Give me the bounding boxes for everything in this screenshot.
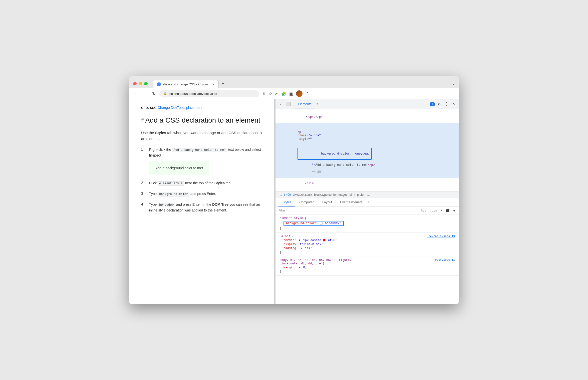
hash-icon: # [141,117,144,124]
tab-styles[interactable]: Styles [279,198,295,206]
tabs-bar: View and change CSS - Chrom... × + [153,79,449,88]
hov-button[interactable]: :hov [418,208,427,213]
step-1-number: 1 [141,147,145,151]
bc-ol[interactable]: ol [349,193,352,196]
add-style-button[interactable]: + [440,208,443,213]
bookmark-icon[interactable]: ☆ [269,91,272,96]
aloha-rule-section: _devtools.scss:19 .aloha { border: 1px d… [276,233,459,256]
extension-icon[interactable]: 🧩 [281,91,286,96]
tab-close-button[interactable]: × [213,83,214,86]
share-icon[interactable]: ⬆ [262,91,266,96]
step-3-number: 3 [141,191,145,195]
step-4-text: Type honeydew and press Enter. In the DO… [149,202,262,213]
section-description: Use the Styles tab when you want to chan… [141,130,262,142]
dom-line-li: </li> [276,178,459,189]
element-style-property-line[interactable]: background-color: honeydew; [284,221,455,226]
close-traffic-light[interactable] [133,82,137,85]
toggle-sidebar-button[interactable]: ◀ [452,208,456,213]
window-controls: ⌄ [452,82,455,86]
step-4-code: honeydew [158,203,175,207]
tab-elements[interactable]: Elements [294,99,315,109]
reset-rule-section: _reset.scss:11 body, h1, h2, h3, h4, h5,… [276,256,459,276]
new-style-rule-button[interactable]: ⬛ [445,208,451,213]
more-options-icon[interactable]: ⋮ [443,101,449,108]
devtools-more-tabs[interactable]: » [315,101,319,107]
devtools-right-icons: 1 ⚙ ⋮ × [430,101,456,108]
new-tab-button[interactable]: + [220,79,226,88]
step-2-text: Click element.style near the top of the … [149,180,232,186]
active-tab[interactable]: View and change CSS - Chrom... × [153,80,219,88]
element-style-selector: element.style { [280,216,455,220]
aloha-padding-line: padding: 1em; [284,247,455,250]
aloha-close: } [280,251,455,254]
device-icon[interactable]: ⬜ [285,101,292,108]
dom-line-selected[interactable]: ... <p class="aloha" style=" background-… [276,123,459,178]
forward-button[interactable]: → [142,90,148,97]
breadcrumb-text: one, see Change DevTools placement . [141,105,262,110]
reset-selector-line: _reset.scss:11 body, h1, h2, h3, h4, h5,… [280,258,455,262]
dom-line-1: <p>…</p> [276,111,459,123]
step-1: 1 Right-click the Add a background color… [141,147,262,175]
back-button[interactable]: ← [133,90,139,97]
step-3-code: background-color [158,192,189,196]
cls-button[interactable]: .cls [429,208,438,213]
sidebar-icon[interactable]: ▣ [289,91,293,96]
tab-title: View and change CSS - Chrom... [163,82,211,86]
url-bar[interactable]: 🔒 localhost:8080/docs/devtools/css/ [159,90,259,97]
step-1-text: Right-click the Add a background color t… [149,147,262,175]
step-2: 2 Click element.style near the top of th… [141,180,262,186]
avatar[interactable] [296,90,302,97]
bc-t400[interactable]: t-400 [284,193,291,196]
cursor-icon[interactable]: ↖ [279,101,283,108]
filter-row: :hov .cls + ⬛ ◀ [276,207,459,214]
filter-input[interactable] [279,209,416,212]
filter-actions: :hov .cls + ⬛ ◀ [418,208,456,213]
devtools-close-icon[interactable]: × [451,101,456,107]
bc-p-aloh[interactable]: p.aloh [357,193,365,196]
red-color-swatch[interactable] [323,239,325,241]
styles-tabs: Styles Computed Layout Event Listeners » [276,198,459,207]
reload-button[interactable]: ↻ [151,90,156,97]
aloha-display-line: display: inline-block; [284,243,455,246]
steps-list: 1 Right-click the Add a background color… [141,147,262,213]
dom-breadcrumb: ... t-400 div.stack.stack--block.type.ce… [276,191,459,198]
step-3: 3 Type background-color and press Enter. [141,191,262,197]
bc-more: ... [367,193,370,196]
step-2-code: element.style [158,181,184,186]
devtools-toolbar: ↖ ⬜ Elements » 1 ⚙ ⋮ × [276,99,459,109]
step-4: 4 Type honeydew and press Enter. In the … [141,202,262,213]
tab-favicon [157,82,161,86]
title-bar: View and change CSS - Chrom... × + ⌄ [129,76,459,88]
demo-element[interactable]: Add a background color to me! [149,161,209,175]
step-3-text: Type background-color and press Enter. [149,191,216,197]
address-bar: ← → ↻ 🔒 localhost:8080/docs/devtools/css… [129,88,459,99]
tab-event-listeners[interactable]: Event Listeners [336,198,366,206]
tab-layout[interactable]: Layout [318,198,336,206]
lock-icon: 🔒 [163,92,167,95]
minimize-traffic-light[interactable] [139,82,142,85]
more-icon[interactable]: ⋮ [305,91,309,96]
step-4-number: 4 [141,202,145,206]
bc-div-stack[interactable]: div.stack.stack--block.type.center-image… [293,193,347,196]
page-section: # Add a CSS declaration to an element Us… [141,116,262,213]
bc-li[interactable]: li [354,193,355,196]
tab-computed[interactable]: Computed [295,198,318,206]
cut-icon[interactable]: ✂ [275,91,278,96]
breadcrumb-link[interactable]: Change DevTools placement [158,106,202,110]
reset-selector-line2: blockquote, dl, dd, pre { [280,262,455,265]
dom-tree: <p>…</p> ... <p class="aloha" style=" ba… [276,109,459,191]
settings-icon[interactable]: ⚙ [437,101,442,108]
aloha-selector-line: _devtools.scss:19 .aloha { [280,235,455,238]
maximize-traffic-light[interactable] [144,82,148,85]
aloha-border-line: border: 1px dashed #f00; [284,239,455,242]
webpage-panel: one, see Change DevTools placement . # A… [129,99,274,304]
element-style-section: element.style { background-color: honeyd… [276,214,459,233]
section-heading: # Add a CSS declaration to an element [141,116,262,125]
devtools-tabs: Elements » [294,99,428,109]
styles-more-tabs[interactable]: » [366,198,370,206]
url-text: localhost:8080/docs/devtools/css/ [169,92,217,96]
devtools-panel: ↖ ⬜ Elements » 1 ⚙ ⋮ × <p>…</p> [276,99,459,304]
step-1-code: Add a background color to me! [172,148,227,152]
main-content: one, see Change DevTools placement . # A… [129,99,459,304]
breadcrumb-ellipsis: ... [280,193,282,196]
